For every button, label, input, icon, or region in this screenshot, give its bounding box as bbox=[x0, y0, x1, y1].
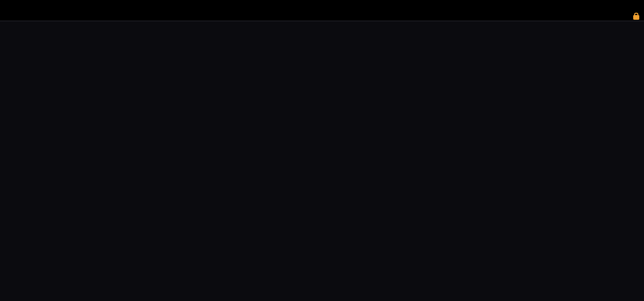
ma-bar-right bbox=[626, 13, 641, 20]
lock-icon[interactable] bbox=[633, 15, 639, 20]
quote-bar bbox=[0, 0, 644, 12]
ma-bar bbox=[0, 12, 644, 21]
trading-app-window bbox=[0, 0, 644, 301]
candlestick-chart[interactable] bbox=[0, 21, 644, 301]
